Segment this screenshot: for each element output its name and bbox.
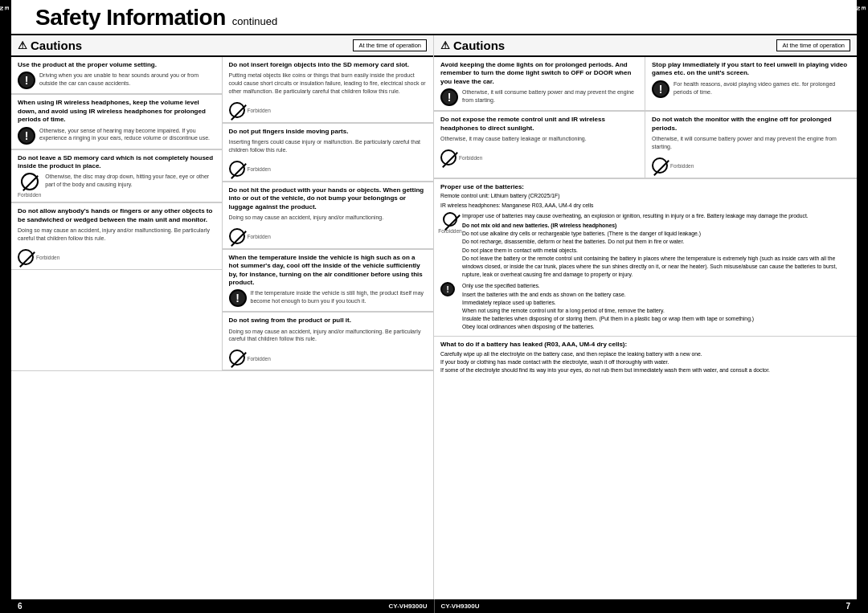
rb1-icon bbox=[440, 149, 457, 166]
s4-title: Do not allow anybody's hands or fingers … bbox=[18, 207, 215, 224]
battery-long-period: When not using the remote control unit f… bbox=[462, 307, 850, 315]
section-rt2: Stop play immediately if you start to fe… bbox=[645, 57, 857, 111]
s2-title: When using IR wireless headphones, keep … bbox=[18, 99, 215, 124]
s3-forbidden-label: Forbidden bbox=[18, 192, 41, 198]
page-header: Safety Information continued bbox=[11, 0, 857, 35]
what-to-do-title: What to do if a battery has leaked (R03,… bbox=[440, 341, 850, 348]
rb1-text: Otherwise, it may cause battery leakage … bbox=[440, 135, 587, 143]
rt2-icon: ! bbox=[652, 80, 669, 98]
r3-title: Do not hit the product with your hands o… bbox=[229, 186, 428, 211]
r4-text: If the temperature inside the vehicle is… bbox=[251, 289, 428, 305]
battery-section: Proper use of the batteries: Remote cont… bbox=[434, 179, 857, 337]
caution-header-left: ⚠ Cautions At the time of operation bbox=[11, 35, 433, 57]
r2-text: Inserting fingers could cause injury or … bbox=[229, 138, 428, 154]
footer-right-page: 7 bbox=[845, 602, 850, 611]
rb2-forbidden-label: Forbidden bbox=[670, 163, 694, 169]
section-r4: When the temperature inside the vehicle … bbox=[223, 249, 434, 313]
section-s1: Use the product at the proper volume set… bbox=[11, 57, 222, 94]
battery-insulate: Insulate the batteries when disposing of… bbox=[462, 315, 850, 323]
s4-forbidden-label: Forbidden bbox=[36, 255, 59, 260]
s2-text: Otherwise, your sense of hearing may bec… bbox=[39, 127, 215, 143]
what-to-do-section: What to do if a battery has leaked (R03,… bbox=[434, 337, 857, 379]
r2-title: Do not put fingers inside moving parts. bbox=[229, 128, 428, 136]
what-to-do-text1: Carefully wipe up all the electrolyte on… bbox=[440, 350, 850, 358]
r1-title: Do not insert foreign objects into the S… bbox=[229, 61, 428, 69]
rb1-title: Do not expose the remote control unit an… bbox=[440, 116, 638, 133]
section-r1: Do not insert foreign objects into the S… bbox=[223, 57, 434, 123]
side-tab-right: E N G L I S H bbox=[857, 0, 868, 613]
what-to-do-text3: If some of the electrolyte should find i… bbox=[440, 366, 850, 374]
section-rb1: Do not expose the remote control unit an… bbox=[434, 112, 645, 178]
rb1-forbidden-label: Forbidden bbox=[459, 155, 482, 161]
caution-tag-left: At the time of operation bbox=[353, 39, 427, 51]
footer-right: CY-VH9300U 7 bbox=[434, 599, 858, 613]
r5-text: Doing so may cause an accident, injury a… bbox=[229, 328, 428, 344]
s1-icon: ! bbox=[18, 72, 35, 89]
battery-instruction-3: Do not recharge, disassemble, deform or … bbox=[462, 238, 850, 246]
r5-forbidden-label: Forbidden bbox=[248, 356, 271, 362]
section-rb2: Do not watch the monitor with the engine… bbox=[645, 112, 857, 178]
battery-use-instructions: Only use the specified batteries. Insert… bbox=[462, 282, 850, 331]
battery-instruction-4: Do not place them in contact with metal … bbox=[462, 247, 850, 255]
caution-label-right: Cautions bbox=[453, 39, 505, 52]
battery-list: Do not mix old and new batteries. (IR wi… bbox=[462, 222, 850, 279]
r4-icon: ! bbox=[229, 289, 247, 307]
s4-icon bbox=[18, 249, 34, 265]
rb2-text: Otherwise, it will consume battery power… bbox=[652, 135, 850, 151]
what-to-do-text2: If your body or clothing has made contac… bbox=[440, 358, 850, 366]
rt1-title: Avoid keeping the dome lights on for pro… bbox=[440, 61, 638, 86]
footer-left-page: 6 bbox=[18, 602, 23, 611]
battery-remote: Remote control unit: Lithium battery (CR… bbox=[440, 192, 850, 200]
warning-triangle-left: ⚠ bbox=[18, 39, 27, 51]
battery-forbidden-icon bbox=[443, 212, 457, 227]
r3-text: Doing so may cause an accident, injury a… bbox=[229, 214, 384, 222]
battery-instruction-2: Do not use alkaline dry cells or recharg… bbox=[462, 230, 850, 238]
r1-text: Putting metal objects like coins or thin… bbox=[229, 72, 428, 95]
footer: 6 CY-VH9300U CY-VH9300U 7 bbox=[11, 599, 857, 613]
battery-instruction-5: Do not leave the battery or the remote c… bbox=[462, 255, 850, 280]
caution-title-left: ⚠ Cautions bbox=[18, 39, 82, 52]
caution-tag-right: At the time of operation bbox=[776, 39, 850, 51]
r3-forbidden-label: Forbidden bbox=[248, 234, 271, 239]
section-s3: Do not leave a SD memory card which is n… bbox=[11, 149, 222, 203]
right-column: ⚠ Cautions At the time of operation Avoi… bbox=[434, 35, 857, 599]
page-continued: continued bbox=[232, 15, 277, 27]
r2-forbidden-label: Forbidden bbox=[248, 166, 271, 172]
battery-forbidden-label: Forbidden bbox=[438, 228, 461, 234]
page-title: Safety Information bbox=[35, 5, 226, 31]
rt2-text: For health reasons, avoid playing video … bbox=[674, 80, 850, 96]
rt2-title: Stop play immediately if you start to fe… bbox=[652, 61, 850, 78]
battery-warning: Improper use of batteries may cause over… bbox=[462, 212, 850, 220]
r5-icon bbox=[229, 349, 245, 366]
footer-left-model: CY-VH9300U bbox=[388, 603, 427, 610]
s1-text: Driving when you are unable to hear soun… bbox=[39, 72, 215, 88]
section-r2: Do not put fingers inside moving parts. … bbox=[223, 123, 434, 182]
side-tab-left: E N G L I S H bbox=[0, 0, 11, 613]
left-column: ⚠ Cautions At the time of operation Use … bbox=[11, 35, 434, 599]
s1-title: Use the product at the proper volume set… bbox=[18, 61, 215, 69]
battery-obey: Obey local ordinances when disposing of … bbox=[462, 323, 850, 331]
battery-replace: Immediately replace used up batteries. bbox=[462, 299, 850, 307]
battery-title: Proper use of the batteries: bbox=[440, 183, 850, 190]
battery-headphones: IR wireless headphones: Manganese R03, A… bbox=[440, 202, 850, 210]
s3-icon bbox=[21, 173, 39, 190]
section-r3: Do not hit the product with your hands o… bbox=[223, 182, 434, 249]
battery-instruction-1: Do not mix old and new batteries. (IR wi… bbox=[462, 222, 850, 230]
side-tab-left-text: E N G L I S H bbox=[0, 6, 10, 12]
r5-title: Do not swing from the product or pull it… bbox=[229, 317, 428, 325]
main-content: ⚠ Cautions At the time of operation Use … bbox=[11, 35, 857, 599]
section-rt1: Avoid keeping the dome lights on for pro… bbox=[434, 57, 645, 111]
warning-triangle-right: ⚠ bbox=[440, 39, 450, 51]
s2-icon: ! bbox=[18, 127, 35, 145]
footer-left: 6 CY-VH9300U bbox=[11, 599, 434, 613]
page-wrapper: E N G L I S H E N G L I S H Safety Infor… bbox=[0, 0, 868, 613]
section-s4: Do not allow anybody's hands or fingers … bbox=[11, 202, 222, 269]
section-r5: Do not swing from the product or pull it… bbox=[223, 312, 434, 370]
caution-label-left: Cautions bbox=[31, 39, 82, 52]
r1-forbidden-label: Forbidden bbox=[248, 108, 271, 113]
rb2-title: Do not watch the monitor with the engine… bbox=[652, 116, 850, 133]
battery-only-specified: Only use the specified batteries. bbox=[462, 282, 850, 290]
section-s2: When using IR wireless headphones, keep … bbox=[11, 94, 222, 149]
rb2-icon bbox=[652, 157, 668, 174]
s4-text: Doing so may cause an accident, injury a… bbox=[18, 227, 215, 243]
